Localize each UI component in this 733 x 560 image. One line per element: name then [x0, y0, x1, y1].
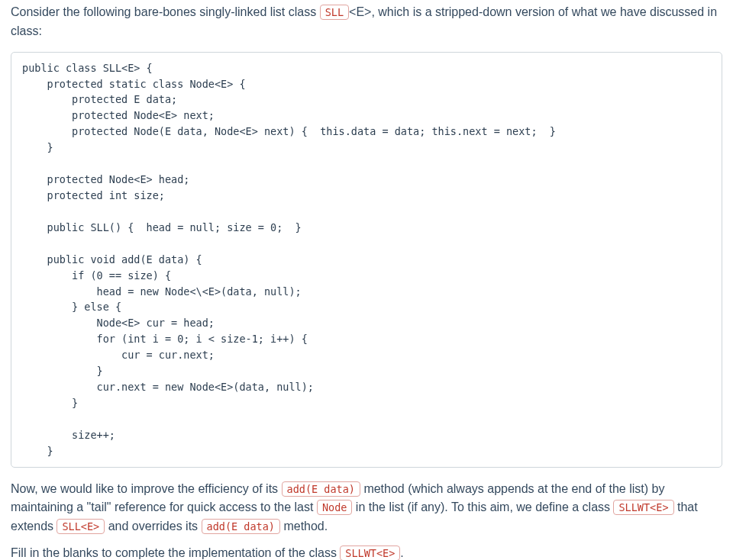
inline-code-sllwt2: SLLWT<E> — [340, 546, 400, 560]
para2-text-5: and overrides its — [105, 520, 201, 533]
paragraph-2: Now, we would like to improve the effici… — [11, 480, 722, 536]
inline-code-sll: SLL — [320, 5, 349, 20]
intro-paragraph: Consider the following bare-bones singly… — [11, 3, 722, 41]
intro-text-1: Consider the following bare-bones singly… — [11, 5, 320, 18]
para3-text-2: . — [400, 546, 403, 559]
code-block-sll: public class SLL<E> { protected static c… — [11, 52, 722, 468]
para2-text-1: Now, we would like to improve the effici… — [11, 482, 282, 495]
inline-code-add2: add(E data) — [202, 519, 280, 534]
para2-text-6: method. — [280, 520, 328, 533]
inline-code-node: Node — [317, 500, 353, 515]
para2-text-3: in the list (if any). To this aim, we de… — [352, 500, 613, 513]
inline-code-add1: add(E data) — [282, 481, 360, 497]
para3-text-1: Fill in the blanks to complete the imple… — [11, 546, 340, 559]
inline-code-slle: SLL<E> — [57, 519, 105, 534]
question-body: Consider the following bare-bones singly… — [11, 3, 722, 560]
paragraph-3: Fill in the blanks to complete the imple… — [11, 544, 722, 560]
inline-code-sllwt1: SLLWT<E> — [613, 500, 673, 515]
